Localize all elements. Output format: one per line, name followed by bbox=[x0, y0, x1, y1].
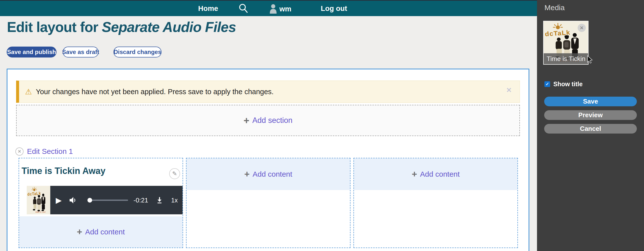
page-title: Edit layout for Separate Audio Files bbox=[7, 19, 236, 35]
discard-changes-button[interactable]: Discard changes bbox=[114, 46, 162, 58]
play-icon[interactable]: ▶ bbox=[56, 196, 62, 204]
remove-section-icon[interactable]: ✕ bbox=[15, 148, 24, 156]
remove-media-icon[interactable]: ✕ bbox=[578, 24, 586, 32]
add-content-zone-3[interactable]: + Add content bbox=[354, 158, 518, 190]
page-title-prefix: Edit layout for bbox=[7, 19, 102, 35]
edit-section-row: ✕ Edit Section 1 bbox=[15, 147, 73, 156]
audio-player-block: ▶ -0:21 bbox=[27, 186, 182, 214]
media-sidebar: Media Time is Tickin ... ✕ ✓ Show title … bbox=[537, 0, 644, 251]
media-thumbnail-caption: Time is Tickin ... bbox=[544, 53, 588, 64]
show-title-label: Show title bbox=[553, 80, 582, 88]
logout-link[interactable]: Log out bbox=[321, 1, 347, 16]
playback-speed-button[interactable]: 1x bbox=[171, 196, 178, 204]
plus-icon: + bbox=[244, 115, 249, 126]
media-panel-title: Media bbox=[544, 4, 565, 12]
sidebar-save-button[interactable]: Save bbox=[544, 97, 637, 106]
search-icon[interactable] bbox=[238, 4, 249, 14]
edit-section-link[interactable]: Edit Section 1 bbox=[27, 147, 73, 156]
sidebar-preview-button[interactable]: Preview bbox=[544, 110, 637, 120]
save-and-publish-button[interactable]: Save and publish bbox=[7, 46, 56, 58]
warning-icon: ⚠ bbox=[25, 88, 32, 96]
warning-banner: ⚠ Your changes have not yet been applied… bbox=[16, 80, 520, 103]
save-as-draft-button[interactable]: Save as draft bbox=[63, 46, 98, 58]
plus-icon: + bbox=[244, 169, 250, 180]
volume-icon[interactable] bbox=[70, 197, 78, 204]
page: Home wm Log out Edit layout for Separate… bbox=[0, 0, 644, 251]
layout-column-2: + Add content bbox=[186, 158, 350, 248]
layout-editor: ⚠ Your changes have not yet been applied… bbox=[7, 69, 529, 251]
time-remaining-label: -0:21 bbox=[134, 196, 148, 204]
download-icon[interactable] bbox=[156, 197, 163, 204]
page-title-item: Separate Audio Files bbox=[102, 19, 236, 35]
audio-player: ▶ -0:21 bbox=[50, 186, 182, 214]
plus-icon: + bbox=[77, 227, 82, 237]
layout-column-1: Time is Tickin Away ✎ ▶ bbox=[18, 158, 183, 248]
add-content-zone-1[interactable]: + Add content bbox=[19, 216, 182, 248]
layout-column-3: + Add content bbox=[354, 158, 518, 248]
add-section-link[interactable]: Add section bbox=[252, 116, 292, 125]
seek-bar[interactable] bbox=[88, 200, 128, 201]
show-title-checkbox[interactable]: ✓ bbox=[544, 81, 550, 87]
username-label: wm bbox=[280, 5, 291, 13]
warning-text: Your changes have not yet been applied. … bbox=[36, 88, 274, 96]
section-columns: Time is Tickin Away ✎ ▶ bbox=[18, 158, 518, 248]
user-icon bbox=[270, 4, 277, 14]
seek-knob[interactable] bbox=[88, 198, 92, 202]
add-content-zone-2[interactable]: + Add content bbox=[186, 158, 350, 190]
sidebar-cancel-button[interactable]: Cancel bbox=[544, 124, 637, 134]
show-title-option[interactable]: ✓ Show title bbox=[544, 80, 582, 88]
add-content-link[interactable]: Add content bbox=[420, 170, 460, 178]
edit-block-pencil-icon[interactable]: ✎ bbox=[169, 168, 180, 179]
add-content-link[interactable]: Add content bbox=[85, 228, 125, 236]
add-section-zone[interactable]: + Add section bbox=[16, 105, 520, 136]
plus-icon: + bbox=[412, 169, 417, 180]
add-content-link[interactable]: Add content bbox=[253, 170, 292, 178]
audio-block-title: Time is Tickin Away bbox=[22, 166, 106, 176]
warning-close-icon[interactable]: ✕ bbox=[506, 86, 512, 94]
user-menu[interactable]: wm bbox=[270, 4, 291, 14]
album-art-image bbox=[27, 186, 50, 214]
top-navbar: Home wm Log out bbox=[0, 0, 537, 16]
nav-home-link[interactable]: Home bbox=[198, 1, 218, 16]
